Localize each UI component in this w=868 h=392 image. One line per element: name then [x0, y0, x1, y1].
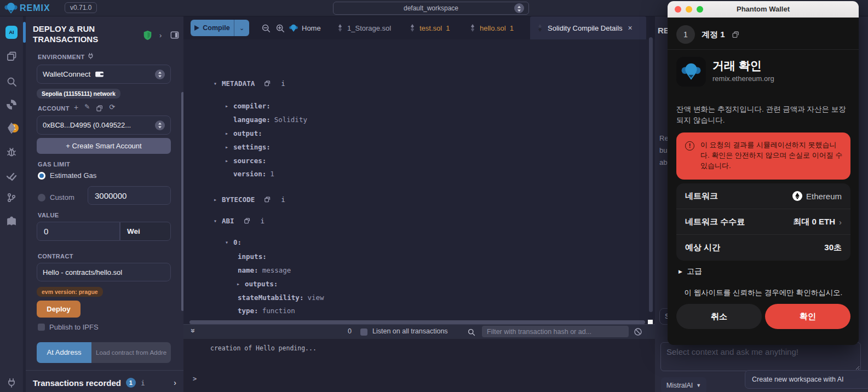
create-smart-account-button[interactable]: + Create Smart Account: [37, 138, 171, 154]
tab-label: Solidity Compile Details: [548, 24, 623, 32]
confirm-button[interactable]: 확인: [765, 304, 850, 329]
search-icon[interactable]: [5, 76, 18, 88]
workspace-selector[interactable]: default_workspace: [333, 2, 529, 15]
environment-select[interactable]: WalletConnect: [37, 65, 171, 84]
gas-limit-input[interactable]: [88, 186, 171, 205]
copy-account-icon[interactable]: [96, 105, 103, 112]
environment-chevron-icon[interactable]: [155, 70, 165, 79]
workspace-chevron-icon[interactable]: [514, 3, 524, 13]
deploy-button[interactable]: Deploy: [37, 301, 81, 318]
plugin-manager-icon[interactable]: [5, 377, 18, 389]
tab-solidity-compile-details[interactable]: Solidity Compile Details ×: [530, 16, 646, 39]
terminal-expand-icon[interactable]: »: [189, 328, 198, 333]
caret-right-icon[interactable]: ▸: [225, 158, 233, 164]
wallet-account-row[interactable]: 1 계정 1: [676, 25, 739, 44]
estimated-time-label: 예상 시간: [685, 243, 720, 253]
editor-horizontal-scrollbar[interactable]: [189, 320, 645, 324]
caret-down-icon[interactable]: ▾: [214, 80, 222, 87]
terminal-toolbar: » 0 Listen on all transactions: [183, 325, 655, 339]
zoom-in-icon[interactable]: [275, 24, 285, 33]
account-chevron-icon[interactable]: [155, 120, 165, 130]
caret-right-icon[interactable]: ▸: [225, 144, 233, 150]
ai-assistant-icon[interactable]: AI: [5, 26, 18, 38]
publish-ipfs-checkbox[interactable]: [38, 324, 45, 331]
tree-row-bytecode[interactable]: ▸ BYTECODE i: [214, 194, 285, 205]
tab-close-icon[interactable]: ×: [628, 24, 633, 32]
tree-row[interactable]: ▸settings:: [225, 141, 271, 152]
solidity-compiler-icon[interactable]: [5, 99, 18, 111]
clear-console-icon[interactable]: [634, 327, 642, 336]
tree-row[interactable]: ▸output:: [225, 128, 262, 139]
add-account-icon[interactable]: +: [74, 103, 78, 112]
copy-icon[interactable]: [264, 196, 271, 203]
tree-row-abi[interactable]: ▾ ABI i: [214, 215, 265, 226]
network-fee-row[interactable]: 네트워크 수수료 최대 0 ETH ›: [676, 209, 850, 235]
ai-prompt-textarea[interactable]: [660, 342, 861, 371]
edit-account-icon[interactable]: ✎: [84, 103, 90, 112]
tree-row[interactable]: ▸compiler:: [225, 100, 271, 111]
plug-icon[interactable]: [87, 52, 94, 60]
play-icon: [194, 25, 199, 31]
balance-disclaimer: 잔액 변화는 추정치입니다. 관련 금액과 자산은 보장되지 않습니다.: [676, 104, 852, 126]
panel-divider: [26, 370, 183, 371]
custom-gas-radio[interactable]: [38, 194, 45, 201]
source-control-icon[interactable]: [5, 192, 18, 204]
resize-handle-icon[interactable]: [855, 366, 860, 370]
debugger-icon[interactable]: [5, 146, 18, 158]
tree-row[interactable]: ▾0:: [225, 237, 242, 247]
refresh-account-icon[interactable]: ⟳: [109, 103, 115, 112]
caret-right-icon[interactable]: ▸: [214, 197, 222, 203]
tree-row-metadata[interactable]: ▾ METADATA i: [214, 78, 285, 89]
create-workspace-ai-button[interactable]: Create new workspace with AI: [745, 370, 868, 389]
warning-icon: !: [685, 141, 694, 151]
pin-panel-icon[interactable]: [170, 31, 179, 39]
info-icon[interactable]: i: [281, 195, 285, 204]
caret-right-icon[interactable]: ▸: [225, 130, 233, 136]
tree-row[interactable]: ▸outputs:: [237, 278, 278, 289]
contract-select[interactable]: Hello - contracts/hello.sol: [37, 263, 171, 281]
deploy-run-icon[interactable]: [5, 122, 18, 134]
transactions-info-icon[interactable]: i: [141, 379, 145, 387]
advanced-toggle[interactable]: ▶ 고급: [679, 267, 702, 276]
ai-model-select[interactable]: MistralAI ▼: [661, 377, 706, 392]
estimated-gas-radio[interactable]: [38, 172, 45, 180]
unit-testing-icon[interactable]: [5, 171, 18, 183]
tree-row[interactable]: ▸sources:: [225, 155, 266, 166]
account-select[interactable]: 0xBC8...D4995 (0.049522...: [37, 116, 171, 135]
caret-down-icon[interactable]: ▾: [225, 239, 233, 245]
copy-icon[interactable]: [264, 80, 271, 87]
tab-test-sol[interactable]: test.sol 1: [409, 16, 450, 39]
zoom-out-icon[interactable]: [261, 24, 271, 33]
transaction-filter-input[interactable]: [482, 326, 629, 337]
cancel-button[interactable]: 취소: [676, 304, 762, 329]
transaction-confirm-title: 거래 확인: [712, 58, 762, 73]
editor-vertical-scrollbar[interactable]: [649, 37, 653, 312]
tab-hello-sol[interactable]: hello.sol 1: [469, 16, 514, 39]
copy-address-icon[interactable]: [732, 31, 739, 39]
at-address-input[interactable]: [91, 342, 171, 363]
at-address-button[interactable]: At Address: [37, 342, 91, 363]
wallet-window-title: Phantom Wallet: [668, 5, 859, 13]
copy-icon[interactable]: [244, 217, 250, 224]
value-unit-select[interactable]: Wei: [120, 222, 171, 241]
compile-button[interactable]: Compile: [191, 20, 234, 36]
tab-home[interactable]: Home: [289, 16, 321, 39]
file-explorer-icon[interactable]: [5, 50, 18, 62]
value-input[interactable]: [37, 222, 120, 241]
info-icon[interactable]: i: [281, 79, 285, 88]
listen-all-transactions-checkbox[interactable]: [360, 328, 367, 336]
transactions-expand-icon[interactable]: ›: [174, 378, 176, 387]
ai-model-value: MistralAI: [666, 382, 693, 389]
info-icon[interactable]: i: [261, 217, 265, 225]
tab-1-storage-sol[interactable]: 1_Storage.sol: [337, 16, 391, 39]
tab-label: hello.sol: [480, 24, 506, 32]
learneth-icon[interactable]: [5, 216, 18, 228]
chevron-down-icon: ▼: [696, 383, 701, 388]
wallet-title-bar[interactable]: Phantom Wallet: [668, 1, 859, 18]
compile-options-caret[interactable]: ⌄: [234, 20, 249, 36]
caret-right-icon[interactable]: ▸: [225, 103, 233, 109]
caret-right-icon[interactable]: ▸: [237, 281, 245, 287]
panel-expand-chevron-icon[interactable]: ›: [159, 31, 162, 39]
caret-down-icon[interactable]: ▾: [214, 218, 222, 224]
shield-icon[interactable]: [143, 30, 152, 41]
